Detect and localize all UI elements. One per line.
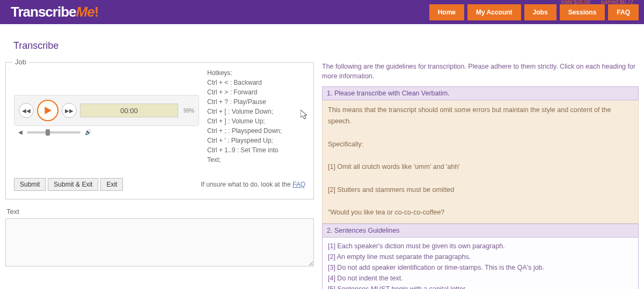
page-title: Transcribe — [0, 24, 644, 62]
guideline-line — [328, 173, 633, 184]
faq-link[interactable]: FAQ — [292, 181, 305, 188]
percent-display: 99% — [181, 108, 194, 114]
nav-sessions[interactable]: Sessions — [560, 4, 605, 20]
unsure-text: If unsure what to do, look at the FAQ — [201, 181, 305, 188]
guideline-line: This means that the transcript should om… — [328, 105, 633, 128]
play-button[interactable] — [37, 100, 58, 121]
rate-info: Rate:$20.00 Earned:$0.72 — [561, 0, 633, 5]
hotkey-line: Ctrl + < : Backward — [207, 78, 282, 87]
guideline-2-heading[interactable]: 2. Sentences Guidelines — [322, 224, 639, 238]
time-display: 00:00 — [80, 103, 178, 117]
nav-my-account[interactable]: My Account — [467, 4, 521, 20]
guideline-line: [2] An empty line must separate the para… — [328, 251, 633, 262]
hotkey-line: Ctrl + ' : Playspeed Up; — [207, 136, 282, 145]
logo: TranscribeMe! — [5, 4, 98, 20]
submit-button[interactable]: Submit — [14, 178, 46, 191]
guideline-line: [3] Do not add speaker identification or… — [328, 262, 633, 273]
guidelines-intro: The following are the guidelines for tra… — [322, 62, 639, 81]
main-nav: Home My Account Jobs Sessions FAQ — [429, 4, 639, 20]
job-label: Job — [12, 58, 29, 66]
guideline-line: [1] Omit all crutch words like 'umm' and… — [328, 161, 633, 173]
exit-button[interactable]: Exit — [100, 178, 123, 191]
nav-home[interactable]: Home — [429, 4, 464, 20]
text-label: Text — [6, 208, 314, 216]
play-icon — [44, 107, 52, 114]
guideline-1-heading[interactable]: 1. Please transcribe with Clean Verbatim… — [322, 86, 639, 100]
earned-label: Earned:$0.72 — [601, 0, 633, 5]
submit-exit-button[interactable]: Submit & Exit — [48, 178, 98, 191]
volume-slider[interactable] — [27, 131, 80, 134]
guideline-line: Specifically: — [328, 139, 633, 150]
hotkeys-panel: Hotkeys: Ctrl + < : Backward Ctrl + > : … — [207, 68, 282, 165]
guideline-line — [328, 128, 633, 139]
guideline-line: [2] Stutters and stammers must be omitte… — [328, 184, 633, 196]
app-header: TranscribeMe! Rate:$20.00 Earned:$0.72 H… — [0, 0, 644, 24]
hotkey-line: Text; — [207, 155, 282, 165]
volume-down-icon: ◀ — [18, 129, 23, 135]
hotkey-line: Ctrl + [ : Volume Down; — [207, 107, 282, 116]
forward-button[interactable]: ▶▶ — [62, 103, 77, 118]
hotkey-line: Ctrl + > : Forward — [207, 87, 282, 97]
svg-marker-0 — [45, 107, 52, 114]
guideline-line — [328, 196, 633, 207]
logo-text-exc: ! — [94, 4, 99, 20]
hotkey-line: Ctrl + ] : Volume Up; — [207, 116, 282, 126]
rewind-button[interactable]: ◀◀ — [19, 103, 34, 118]
nav-faq[interactable]: FAQ — [608, 4, 639, 20]
guideline-line: [5] Sentences MUST begin with a capital … — [328, 284, 633, 290]
guideline-1-body: This means that the transcript should om… — [322, 100, 639, 224]
volume-up-icon: 🔊 — [85, 129, 91, 135]
audio-player: ◀◀ ▶▶ 00:00 99% — [14, 95, 199, 126]
guideline-line — [328, 150, 633, 161]
guidelines-panel: The following are the guidelines for tra… — [322, 62, 639, 289]
nav-jobs[interactable]: Jobs — [524, 4, 557, 20]
logo-text-me: Me — [76, 4, 94, 20]
volume-row: ◀ 🔊 — [14, 129, 207, 135]
guideline-line: [1] Each speaker's diction must be given… — [328, 241, 633, 251]
hotkeys-title: Hotkeys: — [207, 68, 282, 78]
guideline-line: [4] Do not indent the text. — [328, 273, 633, 284]
guideline-2-body: [1] Each speaker's diction must be given… — [322, 238, 639, 290]
logo-text-1: Transcribe — [11, 4, 76, 20]
guideline-line: "Would you like tea or co-co-co-coffee? — [328, 207, 633, 218]
transcription-textarea[interactable] — [5, 218, 314, 266]
hotkey-line: Ctrl + 1..9 : Set Time into — [207, 145, 282, 155]
job-panel: Job ◀◀ ▶▶ 00:00 99% ◀ 🔊 — [5, 62, 314, 199]
hotkey-line: Ctrl + ; : Playspeed Down; — [207, 126, 282, 136]
hotkey-line: Ctrl + ? : Play/Pause — [207, 97, 282, 107]
rate-label: Rate:$20.00 — [561, 0, 590, 5]
